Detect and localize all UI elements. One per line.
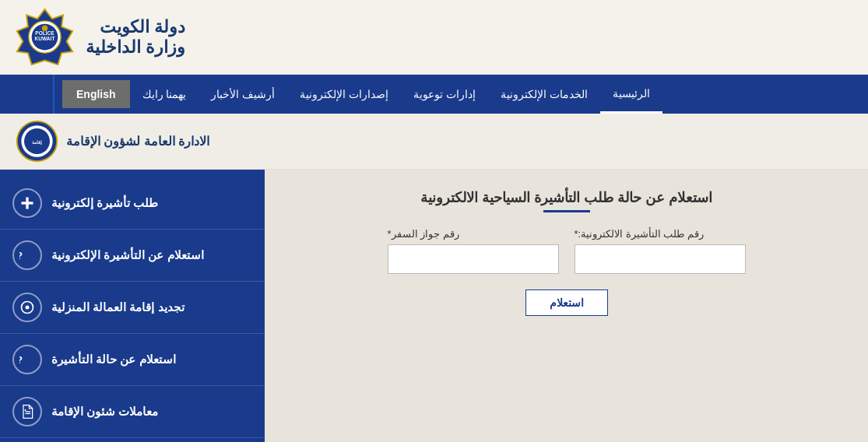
navbar: الرئيسية الخدمات الإلكترونية إدارات توعو… <box>0 75 868 114</box>
svg-text:?: ? <box>19 354 23 366</box>
question-icon-1: ? <box>12 240 42 270</box>
document-icon <box>12 397 42 426</box>
nav-item-publications[interactable]: إصدارات الإلكترونية <box>287 75 401 114</box>
question-icon-2: ? <box>12 345 42 374</box>
inquiry-button[interactable]: استعلام <box>525 289 608 316</box>
navbar-items: الرئيسية الخدمات الإلكترونية إدارات توعو… <box>130 75 860 114</box>
sidebar-item-visa-status[interactable]: استعلام عن حالة التأشيرة ? <box>0 334 265 386</box>
sub-header-title: الادارة العامة لشؤون الإقامة <box>66 134 209 149</box>
form-btn-row: استعلام <box>288 289 845 316</box>
sidebar-item-visa-request[interactable]: طلب تأشيرة إلكترونية <box>0 177 265 230</box>
plus-icon <box>12 188 42 218</box>
sidebar-item-label-4: معاملات شئون الإقامة <box>51 405 158 419</box>
form-fields: رقم طلب التأشيرة الالكترونية:* رقم جواز … <box>288 228 845 274</box>
header-title1: دولة الكويت <box>86 17 185 37</box>
sidebar-item-eforms[interactable]: النماذج الإلكترونية <box>0 438 265 442</box>
form-title-underline <box>543 210 590 212</box>
sidebar-item-visa-inquiry[interactable]: استعلام عن التأشيرة الإلكترونية ? <box>0 230 265 282</box>
form-area: استعلام عن حالة طلب التأشيرة السياحية ال… <box>265 170 868 442</box>
nav-item-home[interactable]: الرئيسية <box>600 75 662 114</box>
sidebar-item-label-3: استعلام عن حالة التأشيرة <box>51 353 176 367</box>
header-title2: وزارة الداخلية <box>86 37 185 58</box>
svg-point-5 <box>42 26 48 32</box>
sub-header: الادارة العامة لشؤون الإقامة إقامة <box>0 114 868 170</box>
header-titles: دولة الكويت وزارة الداخلية <box>86 17 185 58</box>
header: دولة الكويت وزارة الداخلية KUWAIT POLICE <box>0 0 868 75</box>
sidebar-item-residency[interactable]: معاملات شئون الإقامة <box>0 386 265 438</box>
svg-text:KUWAIT: KUWAIT <box>35 36 55 41</box>
svg-text:?: ? <box>19 250 23 261</box>
sidebar-item-renewal[interactable]: تجديد إقامة العمالة المنزلية <box>0 282 265 334</box>
sidebar-item-label-2: تجديد إقامة العمالة المنزلية <box>51 300 184 314</box>
navbar-side-bar <box>8 75 54 114</box>
main-content: استعلام عن حالة طلب التأشيرة السياحية ال… <box>0 170 868 442</box>
nav-item-archive[interactable]: أرشيف الأخبار <box>199 75 287 114</box>
nav-item-eservices[interactable]: الخدمات الإلكترونية <box>488 75 600 114</box>
nav-item-awareness[interactable]: إدارات توعوية <box>401 75 488 114</box>
passport-number-input[interactable] <box>388 244 559 274</box>
sidebar: طلب تأشيرة إلكترونية استعلام عن التأشيرة… <box>0 170 265 442</box>
field2-label: رقم جواز السفر* <box>388 228 459 240</box>
sidebar-item-label-0: طلب تأشيرة إلكترونية <box>51 196 158 210</box>
svg-text:إقامة: إقامة <box>32 140 42 146</box>
form-group-visa: رقم طلب التأشيرة الالكترونية:* <box>575 228 746 274</box>
visa-number-input[interactable] <box>575 244 746 274</box>
sidebar-item-label-1: استعلام عن التأشيرة الإلكترونية <box>51 248 204 262</box>
form-group-passport: رقم جواز السفر* <box>388 228 559 274</box>
residency-logo: إقامة <box>16 120 58 163</box>
svg-point-13 <box>26 306 30 310</box>
nav-english-button[interactable]: English <box>62 80 130 108</box>
police-logo: KUWAIT POLICE <box>16 8 74 66</box>
form-title: استعلام عن حالة طلب التأشيرة السياحية ال… <box>288 189 845 206</box>
nav-item-feedback[interactable]: يهمنا رايك <box>130 75 199 114</box>
svg-rect-11 <box>22 202 33 204</box>
settings-icon <box>12 293 42 322</box>
field1-label: رقم طلب التأشيرة الالكترونية:* <box>575 228 705 240</box>
